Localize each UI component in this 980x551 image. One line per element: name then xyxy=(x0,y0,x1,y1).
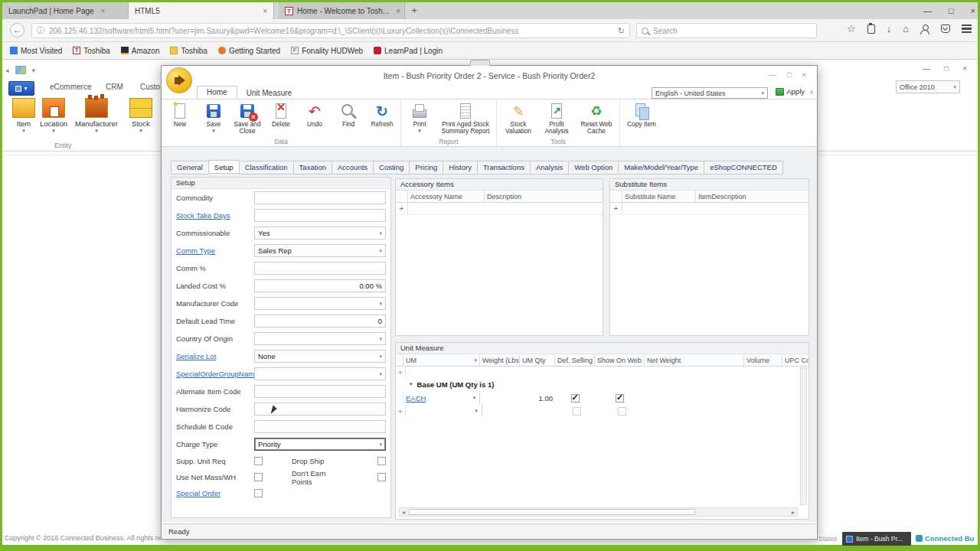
chevron-down-icon[interactable]: ▾ xyxy=(472,405,482,417)
comm-type-link[interactable]: Comm Type xyxy=(176,246,254,255)
new-tab-button[interactable]: + xyxy=(405,2,423,19)
special-order-checkbox[interactable] xyxy=(254,489,263,497)
tab-classification[interactable]: Classification xyxy=(239,161,293,174)
volume-column[interactable]: Volume xyxy=(744,354,782,366)
accessory-name-column[interactable]: Accessory Name xyxy=(408,191,485,202)
profit-analysis-button[interactable]: Profit Analysis xyxy=(538,101,575,135)
special-order-group-name-link[interactable]: SpecialOrderGroupName xyxy=(176,370,254,378)
bookmark-amazon[interactable]: Amazon xyxy=(121,47,160,55)
um-column[interactable]: UM▾ xyxy=(403,354,480,366)
bookmark-fonality[interactable]: FFonality HUDWeb xyxy=(291,47,363,55)
serialize-lot-link[interactable]: Serialize Lot xyxy=(176,352,254,360)
bookmark-getting-started[interactable]: Getting Started xyxy=(218,47,280,55)
add-row-icon[interactable]: + xyxy=(396,367,406,377)
collapse-left-icon[interactable]: ◂ xyxy=(5,67,9,74)
stock-valuation-button[interactable]: ✎Stock Valuation xyxy=(498,101,538,135)
language-select[interactable]: English - United States ▾ xyxy=(652,87,768,99)
upc-code-column[interactable]: UPC Code xyxy=(782,354,808,366)
clipboard-icon[interactable] xyxy=(867,24,875,34)
commissionable-select[interactable]: Yes▾ xyxy=(254,227,386,240)
application-menu-button[interactable]: ▾ xyxy=(8,81,34,96)
delete-button[interactable]: Delete xyxy=(264,101,298,128)
search-field[interactable]: Search xyxy=(636,23,817,38)
taskbar-item[interactable]: Item - Bush Pr... xyxy=(842,532,911,546)
close-button[interactable]: × xyxy=(962,64,967,73)
tab-general[interactable]: General xyxy=(171,161,208,174)
add-row-icon[interactable]: + xyxy=(610,203,622,214)
description-column[interactable]: Description xyxy=(485,191,603,202)
refresh-button[interactable]: ↻Refresh xyxy=(365,101,399,128)
browser-tab-html5[interactable]: HTML5 × xyxy=(129,2,274,19)
tab-pricing[interactable]: Pricing xyxy=(409,161,443,174)
tab-web-option[interactable]: Web Option xyxy=(568,161,618,174)
comm-percent-input[interactable] xyxy=(254,262,386,275)
undo-button[interactable]: ↶Undo xyxy=(298,101,332,128)
country-of-origin-select[interactable]: ▾ xyxy=(254,332,386,345)
scroll-right-icon[interactable]: ▸ xyxy=(789,509,797,516)
def-selling-checkbox[interactable] xyxy=(573,407,581,416)
harmonize-code-input[interactable] xyxy=(254,403,386,416)
horizontal-scrollbar[interactable]: ◂ ▸ xyxy=(399,507,798,517)
bookmark-learnpad[interactable]: LearnPad | Login xyxy=(374,47,443,55)
tab-close-icon[interactable]: × xyxy=(396,7,400,15)
net-weight-column[interactable]: Net Weight xyxy=(645,354,744,366)
default-lead-time-input[interactable]: 0 xyxy=(254,315,386,328)
um-new-row[interactable]: + ▾ xyxy=(396,405,808,417)
alternate-item-code-input[interactable] xyxy=(254,385,386,398)
tab-eshopconnected[interactable]: eShopCONNECTED xyxy=(704,161,783,174)
use-net-mass-checkbox[interactable] xyxy=(254,473,263,481)
add-row-icon[interactable]: + xyxy=(396,405,406,417)
account-icon[interactable] xyxy=(920,24,929,34)
um-qty-column[interactable]: UM Qty xyxy=(520,354,555,366)
serialize-lot-select[interactable]: None▾ xyxy=(254,350,386,363)
vertical-scrollbar[interactable] xyxy=(800,367,807,505)
tab-taxation[interactable]: Taxation xyxy=(293,161,332,174)
tab-home[interactable]: Home xyxy=(197,86,237,99)
close-button[interactable]: × xyxy=(802,70,806,79)
special-order-link[interactable]: Special Order xyxy=(176,489,254,497)
minimize-button[interactable]: — xyxy=(769,70,776,79)
print-aged-stock-report-button[interactable]: Print Aged Stock Summary Report xyxy=(436,101,495,135)
tab-history[interactable]: History xyxy=(443,161,477,174)
back-button[interactable]: ← xyxy=(10,23,24,37)
entity-button-stock[interactable]: Stock▾ xyxy=(123,98,158,134)
restore-button[interactable]: □ xyxy=(944,64,949,73)
def-selling-checkbox[interactable] xyxy=(571,394,580,403)
def-selling-column[interactable]: Def. Selling xyxy=(555,354,595,366)
show-on-web-column[interactable]: Show On Web xyxy=(595,354,645,366)
connected-business-brand[interactable]: Connected Bu xyxy=(916,534,974,543)
entity-button-location[interactable]: Location▾ xyxy=(36,98,71,134)
um-row-each[interactable]: EACH ▾ 1.00 xyxy=(396,391,808,405)
dont-earn-points-checkbox[interactable] xyxy=(377,473,386,481)
bookmark-most-visited[interactable]: Most Visited xyxy=(10,47,62,55)
tab-make-model-year-type[interactable]: Make/Model/Year/Type xyxy=(618,161,704,174)
comm-type-select[interactable]: Sales Rep▾ xyxy=(254,244,386,257)
save-button[interactable]: Save▾ xyxy=(197,101,230,133)
apply-button[interactable]: Apply xyxy=(776,87,805,96)
find-button[interactable]: Find xyxy=(332,101,365,128)
stock-take-days-link[interactable]: Stock Take Days xyxy=(176,211,254,220)
reset-web-cache-button[interactable]: ♻Reset Web Cache xyxy=(575,101,618,135)
site-info-icon[interactable]: ⓘ xyxy=(37,25,44,36)
um-group-row[interactable]: ▾Base UM (UM Qty is 1) xyxy=(396,377,808,391)
accessory-new-row[interactable]: + xyxy=(396,203,603,215)
home-icon[interactable]: ⌂ xyxy=(903,23,909,34)
ribbon-tab-ecommerce[interactable]: eCommerce xyxy=(50,83,91,91)
ribbon-tab-crm[interactable]: CRM xyxy=(106,83,123,91)
tab-unit-measure[interactable]: Unit Measure xyxy=(237,87,301,99)
bookmark-toshiba-2[interactable]: Toshiba xyxy=(170,47,207,55)
theme-selector[interactable]: Office 2010 ▾ xyxy=(896,80,960,93)
print-button[interactable]: Print▾ xyxy=(403,101,436,133)
scrollbar-thumb[interactable] xyxy=(409,509,695,515)
menu-icon[interactable] xyxy=(962,24,972,33)
landed-cost-input[interactable]: 0.00 % xyxy=(254,279,386,292)
minimize-button[interactable]: — xyxy=(923,6,932,15)
stock-take-days-input[interactable] xyxy=(254,209,386,222)
reload-icon[interactable]: ↻ xyxy=(618,26,625,36)
substitute-name-column[interactable]: Substitute Name xyxy=(622,191,696,202)
minimize-button[interactable]: — xyxy=(923,64,930,73)
weight-column[interactable]: Weight (Lbs) xyxy=(480,354,520,366)
special-order-group-name-select[interactable]: ▾ xyxy=(254,367,386,380)
dialog-drag-handle[interactable] xyxy=(470,60,490,66)
tab-setup[interactable]: Setup xyxy=(208,160,239,174)
